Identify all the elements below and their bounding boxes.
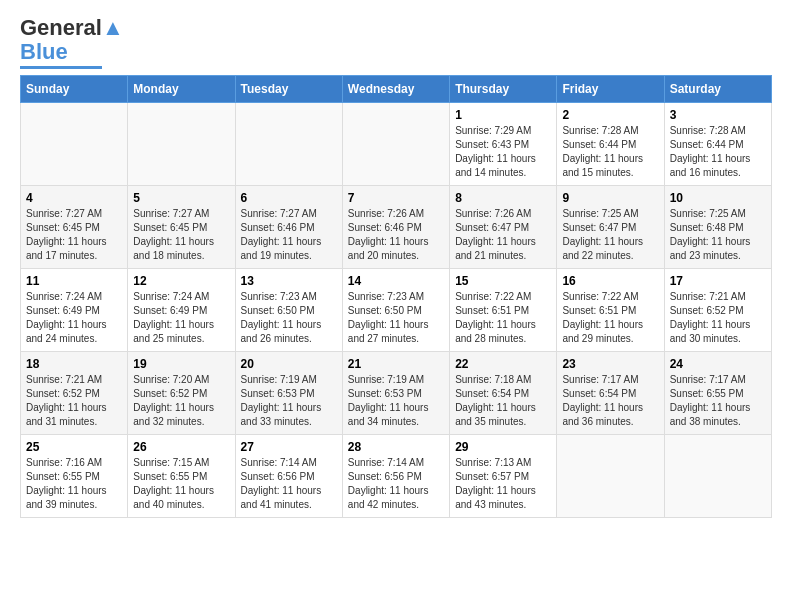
day-cell: 9Sunrise: 7:25 AMSunset: 6:47 PMDaylight…	[557, 186, 664, 269]
day-info: Sunrise: 7:25 AMSunset: 6:47 PMDaylight:…	[562, 207, 658, 263]
day-info: Sunrise: 7:28 AMSunset: 6:44 PMDaylight:…	[562, 124, 658, 180]
col-header-sunday: Sunday	[21, 76, 128, 103]
day-number: 10	[670, 191, 766, 205]
day-number: 23	[562, 357, 658, 371]
day-number: 9	[562, 191, 658, 205]
day-cell: 16Sunrise: 7:22 AMSunset: 6:51 PMDayligh…	[557, 269, 664, 352]
logo-text: General▲ Blue	[20, 16, 124, 64]
day-number: 4	[26, 191, 122, 205]
day-cell: 10Sunrise: 7:25 AMSunset: 6:48 PMDayligh…	[664, 186, 771, 269]
day-number: 22	[455, 357, 551, 371]
day-number: 27	[241, 440, 337, 454]
day-cell: 20Sunrise: 7:19 AMSunset: 6:53 PMDayligh…	[235, 352, 342, 435]
week-row-2: 4Sunrise: 7:27 AMSunset: 6:45 PMDaylight…	[21, 186, 772, 269]
week-row-4: 18Sunrise: 7:21 AMSunset: 6:52 PMDayligh…	[21, 352, 772, 435]
day-number: 25	[26, 440, 122, 454]
day-number: 28	[348, 440, 444, 454]
day-info: Sunrise: 7:23 AMSunset: 6:50 PMDaylight:…	[348, 290, 444, 346]
col-header-tuesday: Tuesday	[235, 76, 342, 103]
day-info: Sunrise: 7:24 AMSunset: 6:49 PMDaylight:…	[26, 290, 122, 346]
logo: General▲ Blue	[20, 16, 124, 69]
col-header-thursday: Thursday	[450, 76, 557, 103]
day-cell	[557, 435, 664, 518]
day-info: Sunrise: 7:13 AMSunset: 6:57 PMDaylight:…	[455, 456, 551, 512]
day-cell: 28Sunrise: 7:14 AMSunset: 6:56 PMDayligh…	[342, 435, 449, 518]
week-row-1: 1Sunrise: 7:29 AMSunset: 6:43 PMDaylight…	[21, 103, 772, 186]
day-number: 5	[133, 191, 229, 205]
page-header: General▲ Blue	[20, 16, 772, 69]
day-number: 7	[348, 191, 444, 205]
day-number: 3	[670, 108, 766, 122]
day-cell: 14Sunrise: 7:23 AMSunset: 6:50 PMDayligh…	[342, 269, 449, 352]
day-cell: 17Sunrise: 7:21 AMSunset: 6:52 PMDayligh…	[664, 269, 771, 352]
day-cell	[342, 103, 449, 186]
week-row-3: 11Sunrise: 7:24 AMSunset: 6:49 PMDayligh…	[21, 269, 772, 352]
day-info: Sunrise: 7:16 AMSunset: 6:55 PMDaylight:…	[26, 456, 122, 512]
day-cell: 26Sunrise: 7:15 AMSunset: 6:55 PMDayligh…	[128, 435, 235, 518]
col-header-wednesday: Wednesday	[342, 76, 449, 103]
day-info: Sunrise: 7:22 AMSunset: 6:51 PMDaylight:…	[455, 290, 551, 346]
day-info: Sunrise: 7:22 AMSunset: 6:51 PMDaylight:…	[562, 290, 658, 346]
day-info: Sunrise: 7:26 AMSunset: 6:46 PMDaylight:…	[348, 207, 444, 263]
day-info: Sunrise: 7:19 AMSunset: 6:53 PMDaylight:…	[241, 373, 337, 429]
day-cell: 5Sunrise: 7:27 AMSunset: 6:45 PMDaylight…	[128, 186, 235, 269]
day-cell: 3Sunrise: 7:28 AMSunset: 6:44 PMDaylight…	[664, 103, 771, 186]
day-cell: 12Sunrise: 7:24 AMSunset: 6:49 PMDayligh…	[128, 269, 235, 352]
calendar-header-row: SundayMondayTuesdayWednesdayThursdayFrid…	[21, 76, 772, 103]
day-cell: 19Sunrise: 7:20 AMSunset: 6:52 PMDayligh…	[128, 352, 235, 435]
day-cell	[21, 103, 128, 186]
day-cell: 2Sunrise: 7:28 AMSunset: 6:44 PMDaylight…	[557, 103, 664, 186]
col-header-saturday: Saturday	[664, 76, 771, 103]
day-number: 13	[241, 274, 337, 288]
day-info: Sunrise: 7:17 AMSunset: 6:54 PMDaylight:…	[562, 373, 658, 429]
day-cell: 4Sunrise: 7:27 AMSunset: 6:45 PMDaylight…	[21, 186, 128, 269]
day-cell: 13Sunrise: 7:23 AMSunset: 6:50 PMDayligh…	[235, 269, 342, 352]
day-cell: 27Sunrise: 7:14 AMSunset: 6:56 PMDayligh…	[235, 435, 342, 518]
day-cell	[235, 103, 342, 186]
day-number: 6	[241, 191, 337, 205]
day-cell: 11Sunrise: 7:24 AMSunset: 6:49 PMDayligh…	[21, 269, 128, 352]
day-number: 11	[26, 274, 122, 288]
day-cell: 25Sunrise: 7:16 AMSunset: 6:55 PMDayligh…	[21, 435, 128, 518]
day-number: 24	[670, 357, 766, 371]
day-info: Sunrise: 7:21 AMSunset: 6:52 PMDaylight:…	[670, 290, 766, 346]
day-cell: 21Sunrise: 7:19 AMSunset: 6:53 PMDayligh…	[342, 352, 449, 435]
day-cell: 29Sunrise: 7:13 AMSunset: 6:57 PMDayligh…	[450, 435, 557, 518]
day-number: 15	[455, 274, 551, 288]
day-cell: 6Sunrise: 7:27 AMSunset: 6:46 PMDaylight…	[235, 186, 342, 269]
day-info: Sunrise: 7:15 AMSunset: 6:55 PMDaylight:…	[133, 456, 229, 512]
day-number: 8	[455, 191, 551, 205]
day-info: Sunrise: 7:21 AMSunset: 6:52 PMDaylight:…	[26, 373, 122, 429]
day-info: Sunrise: 7:27 AMSunset: 6:46 PMDaylight:…	[241, 207, 337, 263]
day-info: Sunrise: 7:17 AMSunset: 6:55 PMDaylight:…	[670, 373, 766, 429]
day-number: 21	[348, 357, 444, 371]
day-info: Sunrise: 7:14 AMSunset: 6:56 PMDaylight:…	[348, 456, 444, 512]
day-number: 14	[348, 274, 444, 288]
day-info: Sunrise: 7:29 AMSunset: 6:43 PMDaylight:…	[455, 124, 551, 180]
col-header-friday: Friday	[557, 76, 664, 103]
day-number: 17	[670, 274, 766, 288]
day-cell: 8Sunrise: 7:26 AMSunset: 6:47 PMDaylight…	[450, 186, 557, 269]
day-info: Sunrise: 7:18 AMSunset: 6:54 PMDaylight:…	[455, 373, 551, 429]
day-cell: 15Sunrise: 7:22 AMSunset: 6:51 PMDayligh…	[450, 269, 557, 352]
day-info: Sunrise: 7:27 AMSunset: 6:45 PMDaylight:…	[133, 207, 229, 263]
day-number: 19	[133, 357, 229, 371]
day-cell: 18Sunrise: 7:21 AMSunset: 6:52 PMDayligh…	[21, 352, 128, 435]
day-info: Sunrise: 7:24 AMSunset: 6:49 PMDaylight:…	[133, 290, 229, 346]
week-row-5: 25Sunrise: 7:16 AMSunset: 6:55 PMDayligh…	[21, 435, 772, 518]
day-number: 12	[133, 274, 229, 288]
day-cell: 24Sunrise: 7:17 AMSunset: 6:55 PMDayligh…	[664, 352, 771, 435]
day-info: Sunrise: 7:27 AMSunset: 6:45 PMDaylight:…	[26, 207, 122, 263]
day-info: Sunrise: 7:19 AMSunset: 6:53 PMDaylight:…	[348, 373, 444, 429]
day-number: 1	[455, 108, 551, 122]
day-info: Sunrise: 7:25 AMSunset: 6:48 PMDaylight:…	[670, 207, 766, 263]
day-cell: 1Sunrise: 7:29 AMSunset: 6:43 PMDaylight…	[450, 103, 557, 186]
day-info: Sunrise: 7:28 AMSunset: 6:44 PMDaylight:…	[670, 124, 766, 180]
day-number: 18	[26, 357, 122, 371]
day-info: Sunrise: 7:20 AMSunset: 6:52 PMDaylight:…	[133, 373, 229, 429]
day-cell	[128, 103, 235, 186]
day-number: 20	[241, 357, 337, 371]
day-cell: 7Sunrise: 7:26 AMSunset: 6:46 PMDaylight…	[342, 186, 449, 269]
day-number: 2	[562, 108, 658, 122]
day-info: Sunrise: 7:14 AMSunset: 6:56 PMDaylight:…	[241, 456, 337, 512]
